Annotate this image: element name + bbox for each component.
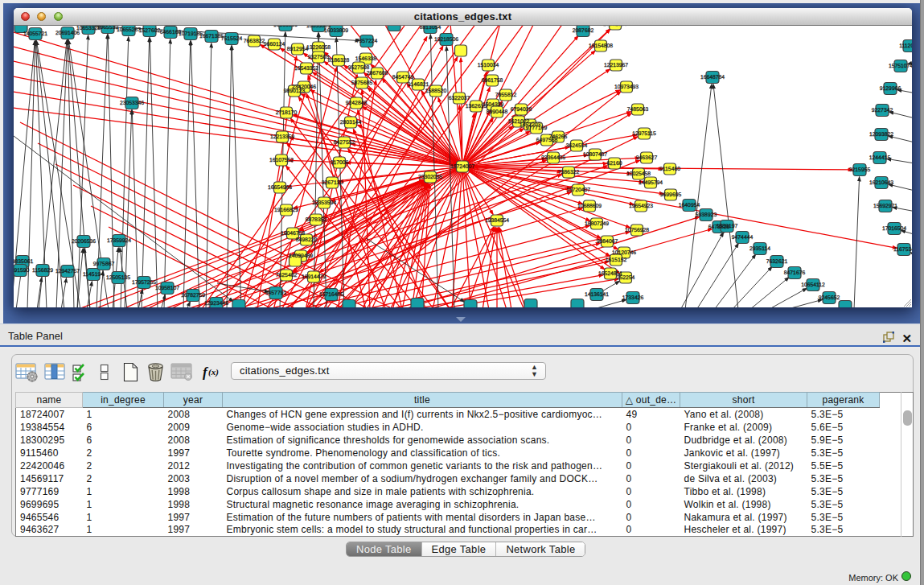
svg-text:16671385: 16671385 — [199, 34, 224, 39]
svg-text:9242848: 9242848 — [346, 101, 368, 106]
svg-text:6961758: 6961758 — [482, 78, 503, 84]
svg-text:7515524: 7515524 — [221, 36, 243, 42]
svg-text:8498222: 8498222 — [296, 237, 318, 243]
svg-text:9527508: 9527508 — [348, 65, 370, 71]
svg-text:2087682: 2087682 — [573, 28, 594, 34]
svg-text:9660124: 9660124 — [264, 42, 285, 47]
svg-text:1640954: 1640954 — [679, 203, 700, 208]
svg-text:15720407: 15720407 — [566, 187, 590, 193]
svg-text:17957255: 17957255 — [132, 280, 156, 286]
svg-text:12923446: 12923446 — [204, 301, 228, 307]
svg-text:20206536: 20206536 — [72, 239, 96, 245]
svg-text:7625402: 7625402 — [276, 273, 298, 278]
svg-text:8427552: 8427552 — [334, 140, 355, 146]
svg-text:2718170: 2718170 — [276, 110, 298, 116]
svg-text:6794028: 6794028 — [511, 107, 532, 113]
svg-text:16046758: 16046758 — [281, 231, 305, 237]
svg-text:23364436: 23364436 — [541, 155, 565, 161]
svg-text:62160: 62160 — [607, 161, 622, 167]
svg-text:16933809: 16933809 — [273, 26, 298, 28]
svg-text:9115460: 9115460 — [659, 167, 680, 172]
svg-text:18724007: 18724007 — [450, 164, 474, 170]
svg-text:19384554: 19384554 — [485, 218, 509, 224]
svg-text:10654112: 10654112 — [801, 282, 825, 288]
svg-text:7955812: 7955812 — [495, 93, 517, 98]
svg-text:1167534: 1167534 — [893, 247, 912, 253]
svg-text:12975115: 12975115 — [632, 131, 656, 137]
svg-text:7663822: 7663822 — [244, 39, 265, 44]
svg-text:9084067: 9084067 — [597, 239, 618, 245]
svg-text:8186328: 8186328 — [328, 58, 350, 64]
svg-text:1065532: 1065532 — [97, 26, 119, 31]
svg-text:9327503: 9327503 — [308, 55, 330, 60]
svg-text:18807249: 18807249 — [585, 221, 609, 227]
svg-text:14495794: 14495794 — [639, 180, 663, 186]
svg-text:9777169: 9777169 — [526, 126, 548, 131]
svg-text:9129966: 9129966 — [880, 86, 901, 92]
svg-text:8990448: 8990448 — [487, 109, 508, 115]
svg-text:9146821: 9146821 — [408, 82, 429, 88]
svg-text:7485063: 7485063 — [627, 107, 649, 113]
svg-text:1615152: 1615152 — [606, 257, 627, 263]
svg-text:1112049: 1112049 — [899, 43, 912, 49]
svg-text:10958107: 10958107 — [155, 286, 179, 291]
svg-text:1244415: 1244415 — [869, 155, 891, 161]
svg-text:2867608: 2867608 — [367, 71, 388, 76]
svg-text:19218506: 19218506 — [434, 37, 458, 43]
svg-text:9890123: 9890123 — [284, 89, 306, 94]
svg-text:9457791: 9457791 — [265, 290, 287, 296]
svg-text:16654966: 16654966 — [268, 185, 292, 191]
svg-text:917006: 917006 — [331, 160, 349, 166]
svg-text:14099489: 14099489 — [289, 253, 313, 259]
svg-text:16154808: 16154808 — [589, 43, 613, 49]
svg-text:9699695: 9699695 — [660, 192, 682, 198]
svg-text:1539197: 1539197 — [717, 224, 738, 229]
svg-text:1145194: 1145194 — [83, 272, 104, 278]
svg-text:16543352: 16543352 — [294, 66, 318, 72]
svg-text:20691406: 20691406 — [55, 31, 80, 36]
svg-text:9474444: 9474444 — [732, 235, 754, 241]
svg-text:746266: 746266 — [549, 134, 568, 140]
svg-text:10961758: 10961758 — [603, 26, 627, 27]
svg-text:1156829: 1156829 — [32, 268, 53, 274]
svg-text:15692971: 15692971 — [873, 204, 897, 209]
svg-text:1510034: 1510034 — [478, 63, 499, 68]
svg-text:19166829: 19166829 — [274, 208, 298, 213]
svg-text:10973493: 10973493 — [614, 84, 639, 90]
svg-text:2803144: 2803144 — [340, 120, 362, 126]
svg-text:10025458: 10025458 — [626, 171, 651, 177]
svg-text:1527602: 1527602 — [139, 28, 161, 34]
svg-text:8912954: 8912954 — [287, 47, 309, 52]
svg-text:12942757: 12942757 — [55, 269, 80, 274]
svg-text:2935114: 2935114 — [749, 246, 770, 252]
svg-text:9975867: 9975867 — [93, 262, 115, 267]
svg-text:1504329: 1504329 — [483, 102, 504, 108]
svg-text:14055721: 14055721 — [23, 31, 47, 37]
svg-text:14136141: 14136141 — [585, 292, 609, 298]
svg-text:15716485: 15716485 — [319, 292, 343, 298]
svg-text:7632621: 7632621 — [766, 259, 788, 265]
svg-text:9835061: 9835061 — [14, 259, 33, 265]
svg-text:3267130: 3267130 — [322, 180, 343, 186]
svg-text:10807487: 10807487 — [583, 152, 607, 158]
svg-text:5875685: 5875685 — [351, 80, 373, 86]
svg-text:12213967: 12213967 — [604, 63, 628, 68]
svg-text:10655267: 10655267 — [117, 27, 141, 33]
svg-text:15751074: 15751074 — [889, 64, 912, 69]
svg-text:1546338: 1546338 — [355, 56, 377, 62]
svg-text:8454749: 8454749 — [392, 75, 414, 80]
svg-text:10120746: 10120746 — [612, 250, 636, 256]
svg-text:17359924: 17359924 — [107, 238, 131, 244]
svg-text:3215955: 3215955 — [849, 167, 871, 173]
svg-text:8878352: 8878352 — [306, 217, 327, 223]
svg-text:1588520: 1588520 — [425, 89, 447, 94]
svg-text:16648784: 16648784 — [700, 75, 725, 80]
svg-text:17016504: 17016504 — [882, 226, 906, 232]
svg-text:12353594: 12353594 — [312, 200, 336, 206]
svg-text:16782759: 16782759 — [181, 293, 205, 299]
svg-text:10688609: 10688609 — [577, 204, 602, 209]
svg-text:391590: 391590 — [14, 268, 30, 274]
svg-text:6322037: 6322037 — [449, 96, 470, 101]
svg-text:12213359: 12213359 — [270, 134, 294, 140]
svg-text:12505135: 12505135 — [106, 275, 130, 281]
